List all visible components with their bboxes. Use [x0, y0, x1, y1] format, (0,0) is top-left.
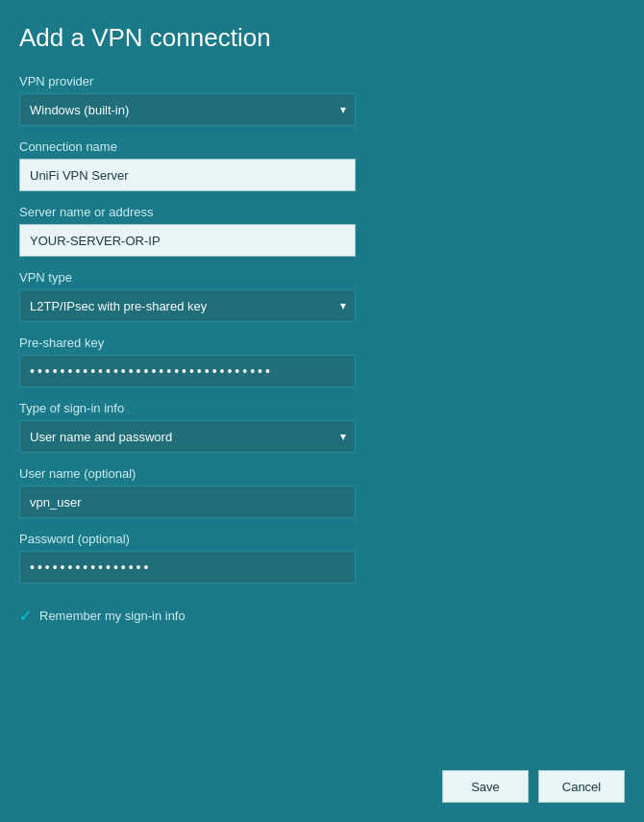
password-group: Password (optional): [19, 532, 625, 584]
button-row: Save Cancel: [19, 760, 625, 803]
connection-name-group: Connection name: [19, 139, 625, 191]
form-section: VPN provider Windows (built-in) ▾ Connec…: [19, 74, 625, 803]
pre-shared-key-label: Pre-shared key: [19, 336, 625, 350]
vpn-provider-label: VPN provider: [19, 74, 625, 88]
sign-in-type-group: Type of sign-in info User name and passw…: [19, 401, 625, 453]
connection-name-label: Connection name: [19, 139, 625, 154]
pre-shared-key-group: Pre-shared key: [19, 336, 625, 387]
vpn-type-label: VPN type: [19, 270, 625, 285]
vpn-provider-select-wrapper[interactable]: Windows (built-in) ▾: [19, 93, 356, 126]
server-name-input[interactable]: [19, 224, 356, 257]
page-container: Add a VPN connection VPN provider Window…: [0, 0, 644, 822]
remember-signin-row: ✓ Remember my sign-in info: [19, 607, 625, 625]
password-input[interactable]: [19, 551, 356, 584]
sign-in-type-select[interactable]: User name and password Smart card One-ti…: [19, 420, 356, 453]
sign-in-type-label: Type of sign-in info: [19, 401, 625, 415]
vpn-provider-select[interactable]: Windows (built-in): [19, 93, 356, 126]
vpn-type-select[interactable]: L2TP/IPsec with pre-shared key Automatic…: [19, 289, 356, 322]
password-label: Password (optional): [19, 532, 625, 546]
vpn-type-select-wrapper[interactable]: L2TP/IPsec with pre-shared key Automatic…: [19, 289, 356, 322]
sign-in-type-select-wrapper[interactable]: User name and password Smart card One-ti…: [19, 420, 356, 453]
remember-signin-label[interactable]: Remember my sign-in info: [39, 609, 186, 623]
server-name-group: Server name or address: [19, 205, 625, 257]
page-title: Add a VPN connection: [19, 23, 625, 53]
save-button[interactable]: Save: [442, 770, 529, 803]
pre-shared-key-input[interactable]: [19, 355, 356, 387]
connection-name-input[interactable]: [19, 159, 356, 191]
user-name-label: User name (optional): [19, 466, 625, 481]
vpn-provider-group: VPN provider Windows (built-in) ▾: [19, 74, 625, 126]
user-name-group: User name (optional): [19, 466, 625, 518]
cancel-button[interactable]: Cancel: [538, 770, 625, 803]
vpn-type-group: VPN type L2TP/IPsec with pre-shared key …: [19, 270, 625, 322]
remember-signin-checkmark-icon: ✓: [19, 607, 32, 625]
user-name-input[interactable]: [19, 486, 356, 518]
server-name-label: Server name or address: [19, 205, 625, 219]
